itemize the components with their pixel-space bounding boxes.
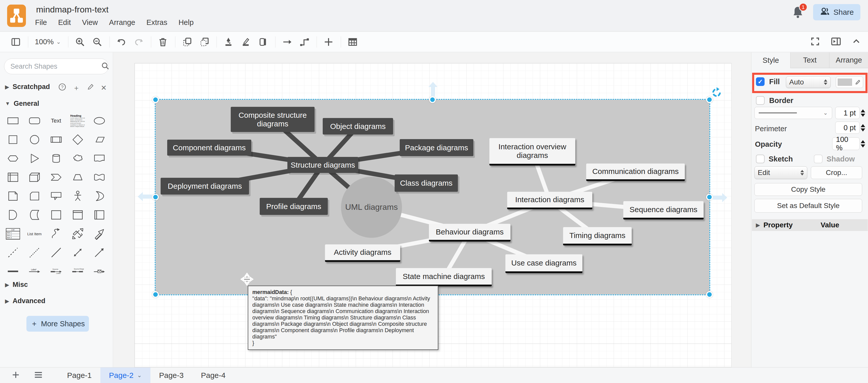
- mindmap-node-structure[interactable]: Structure diagrams: [287, 157, 358, 173]
- selection-handle[interactable]: [152, 194, 159, 200]
- connection-icon[interactable]: [281, 35, 294, 49]
- property-value-header[interactable]: ▶ Property Value: [752, 219, 868, 231]
- selection-handle[interactable]: [429, 96, 436, 103]
- selection-handle[interactable]: [706, 291, 713, 298]
- misc-section[interactable]: ▶ Misc: [5, 281, 28, 289]
- shape-triangle[interactable]: [24, 149, 45, 168]
- shape-and[interactable]: [2, 205, 24, 224]
- edit-style-select[interactable]: Edit: [754, 166, 807, 179]
- shape-hexagon[interactable]: [2, 149, 24, 168]
- mindmap-node-component[interactable]: Component diagrams: [167, 140, 251, 156]
- shape-circle[interactable]: [24, 130, 45, 149]
- mindmap-node-overview[interactable]: Interaction overview diagrams: [489, 138, 575, 166]
- mindmap-node-package[interactable]: Package diagrams: [400, 139, 473, 156]
- sketch-checkbox[interactable]: [756, 155, 765, 163]
- shape-bidirectional-connector[interactable]: [67, 243, 88, 262]
- delete-icon[interactable]: [156, 35, 169, 49]
- line-style-select[interactable]: ⌄: [754, 107, 832, 119]
- shape-internal-storage[interactable]: [2, 168, 24, 187]
- shape-container[interactable]: [45, 205, 67, 224]
- mindmap-node-behaviour[interactable]: Behaviour diagrams: [429, 224, 510, 242]
- shape-line[interactable]: [45, 243, 67, 262]
- menu-file[interactable]: File: [35, 18, 47, 27]
- fill-checkbox[interactable]: [756, 77, 765, 86]
- undo-icon[interactable]: [115, 35, 128, 49]
- shape-text[interactable]: Text: [45, 111, 67, 130]
- zoom-out-icon[interactable]: [91, 35, 104, 49]
- shape-rectangle[interactable]: [2, 111, 24, 130]
- scratchpad-edit-icon[interactable]: [87, 83, 94, 93]
- table-icon[interactable]: [346, 35, 359, 49]
- set-default-style-button[interactable]: Set as Default Style: [754, 199, 862, 213]
- format-panel-toggle-icon[interactable]: [830, 36, 842, 48]
- fullscreen-icon[interactable]: [810, 36, 820, 48]
- fill-color-icon[interactable]: [222, 35, 235, 49]
- search-input[interactable]: [10, 62, 101, 71]
- shape-process[interactable]: [45, 130, 67, 149]
- shape-cloud[interactable]: [67, 149, 88, 168]
- mindmap-node-state[interactable]: State machine diagrams: [396, 268, 492, 286]
- zoom-dropdown[interactable]: 100%⌄: [33, 38, 63, 46]
- shape-source-target-connector[interactable]: SourceTarget: [67, 262, 88, 281]
- border-width-input[interactable]: 1 pt: [835, 107, 860, 119]
- shape-list-item[interactable]: List Item: [24, 224, 45, 243]
- redo-icon[interactable]: [132, 35, 145, 49]
- advanced-section[interactable]: ▶ Advanced: [5, 297, 45, 305]
- shape-rounded-rectangle[interactable]: [24, 111, 45, 130]
- more-shapes-button[interactable]: ＋ More Shapes: [26, 316, 89, 332]
- shape-arrow[interactable]: [88, 224, 110, 243]
- page-tab-page-3[interactable]: Page-3: [150, 367, 192, 383]
- shape-link[interactable]: [2, 262, 24, 281]
- menu-help[interactable]: Help: [178, 18, 194, 27]
- border-width-stepper[interactable]: [861, 107, 865, 119]
- shape-cube[interactable]: [24, 168, 45, 187]
- shape-square[interactable]: [2, 130, 24, 149]
- share-button[interactable]: Share: [813, 4, 860, 20]
- shape-tape[interactable]: [88, 168, 110, 187]
- selection-handle[interactable]: [152, 291, 159, 298]
- mindmap-node-sequence[interactable]: Sequence diagrams: [623, 201, 704, 219]
- tab-text[interactable]: Text: [790, 52, 830, 68]
- mindmap-node-communication[interactable]: Communication diagrams: [586, 164, 685, 181]
- mindmap-node-composite[interactable]: Composite structure diagrams: [231, 107, 315, 132]
- shape-directional-connector[interactable]: [88, 243, 110, 262]
- drawing-canvas[interactable]: UML diagramsStructure diagramsComposite …: [113, 52, 751, 367]
- shape-document[interactable]: [88, 149, 110, 168]
- shape-list[interactable]: ListItem 1Item 2Item 3: [2, 224, 24, 243]
- zoom-in-icon[interactable]: [73, 35, 87, 49]
- pages-menu-icon[interactable]: [34, 371, 43, 380]
- collapse-toolbar-icon[interactable]: [852, 37, 861, 47]
- opacity-stepper[interactable]: [861, 137, 865, 150]
- shape-or[interactable]: [88, 187, 110, 205]
- insert-icon[interactable]: [322, 35, 335, 49]
- notifications-bell-icon[interactable]: 1: [792, 5, 804, 19]
- crop-button[interactable]: Crop...: [811, 166, 862, 179]
- rotate-handle-icon[interactable]: [711, 87, 722, 99]
- fill-color-button[interactable]: [836, 76, 863, 88]
- mindmap-node-deployment[interactable]: Deployment diagrams: [161, 178, 249, 195]
- selection-handle[interactable]: [152, 96, 159, 103]
- to-front-icon[interactable]: [180, 35, 194, 49]
- menu-view[interactable]: View: [82, 18, 98, 27]
- mindmap-node-uml[interactable]: UML diagrams: [341, 177, 402, 238]
- tab-style[interactable]: Style: [751, 52, 790, 68]
- mindmap-node-activity[interactable]: Activity diagrams: [325, 244, 400, 262]
- scratchpad-help-icon[interactable]: ?: [58, 83, 66, 93]
- shape-card[interactable]: [24, 187, 45, 205]
- shape-dotted-line[interactable]: [24, 243, 45, 262]
- perimeter-input[interactable]: 0 pt: [835, 122, 860, 134]
- shape-callout[interactable]: [45, 187, 67, 205]
- shape-diamond[interactable]: [67, 130, 88, 149]
- shape-curve[interactable]: [45, 224, 67, 243]
- add-page-icon[interactable]: [11, 370, 20, 380]
- shape-search[interactable]: [4, 58, 109, 74]
- toggle-panel-icon[interactable]: [9, 35, 22, 49]
- scratchpad-section[interactable]: ▶ Scratchpad: [5, 83, 50, 91]
- mindmap-node-interaction[interactable]: Interaction diagrams: [507, 192, 592, 209]
- shape-textbox[interactable]: HeadingLorem ipsum dolor sit amet, conse…: [67, 111, 88, 130]
- shape-step[interactable]: [45, 168, 67, 187]
- opacity-input[interactable]: 100 %: [832, 137, 860, 150]
- shape-symbol-connector[interactable]: [88, 262, 110, 281]
- line-color-icon[interactable]: [239, 35, 252, 49]
- waypoints-icon[interactable]: [298, 35, 311, 49]
